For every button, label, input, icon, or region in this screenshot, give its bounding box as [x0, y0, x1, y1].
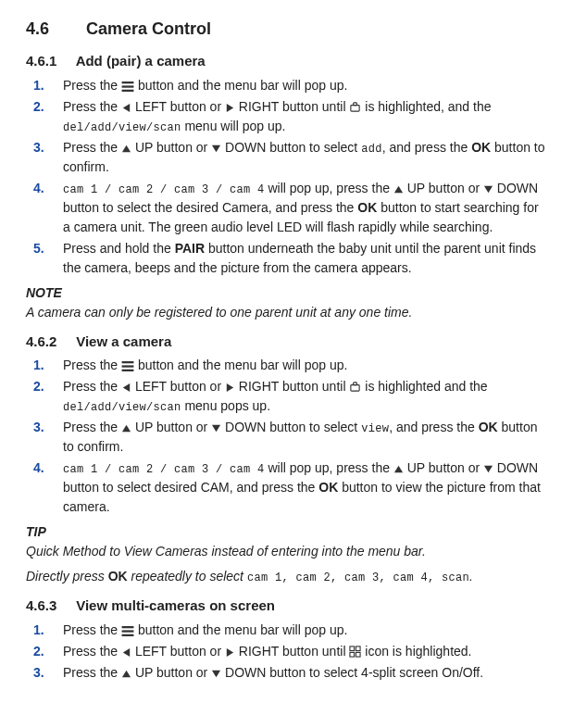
up-icon [393, 184, 404, 195]
right-icon [225, 647, 235, 658]
tip-text: Quick Method to View Cameras instead of … [26, 542, 548, 561]
subsection-number: 4.6.1 [26, 51, 72, 72]
right-icon [225, 103, 235, 113]
subsection-heading: 4.6.1 Add (pair) a camera [26, 51, 548, 72]
subsection-number: 4.6.3 [26, 596, 72, 617]
subsection-heading: 4.6.2 View a camera [26, 332, 548, 353]
grid-icon [349, 646, 361, 658]
list-item: 4. cam 1 / cam 2 / cam 3 / cam 4 will po… [26, 458, 548, 517]
steps-list: 1. Press the button and the menu bar wil… [26, 76, 548, 278]
step-body: Press the button and the menu bar will p… [63, 356, 548, 375]
step-body: Press the UP button or DOWN button to se… [63, 418, 548, 457]
down-icon [483, 464, 493, 474]
list-item: 1. Press the button and the menu bar wil… [26, 356, 548, 375]
up-icon [121, 669, 131, 679]
step-marker: 3. [33, 663, 63, 683]
section-title: Camera Control [86, 19, 211, 38]
down-icon [211, 144, 221, 154]
list-item: 3. Press the UP button or DOWN button to… [26, 418, 548, 457]
subsection-heading: 4.6.3 View multi-cameras on screen [26, 596, 548, 617]
tip-text: Directly press OK repeatedly to select c… [26, 567, 548, 586]
tip-label: TIP [26, 522, 548, 542]
subsection-title: Add (pair) a camera [76, 53, 206, 69]
section-number: 4.6 [26, 17, 81, 42]
step-marker: 1. [33, 356, 63, 375]
right-icon [225, 383, 235, 393]
subsection-number: 4.6.2 [26, 332, 72, 353]
menu-icon [121, 361, 134, 371]
up-icon [393, 464, 404, 474]
tip-cam-list: cam 1, cam 2, cam 3, cam 4, scan [247, 571, 469, 584]
step-body: Press the button and the menu bar will p… [63, 621, 548, 640]
step-body: Press the button and the menu bar will p… [63, 76, 548, 95]
step-marker: 1. [33, 621, 63, 640]
step-marker: 3. [33, 138, 63, 177]
step-body: Press the LEFT button or RIGHT button un… [63, 377, 548, 416]
down-icon [483, 184, 493, 195]
up-icon [121, 144, 131, 154]
section-heading: 4.6 Camera Control [26, 17, 548, 42]
steps-list: 1. Press the button and the menu bar wil… [26, 621, 548, 683]
step-body: cam 1 / cam 2 / cam 3 / cam 4 will pop u… [63, 179, 548, 237]
down-icon [211, 669, 221, 679]
note-label: NOTE [26, 283, 548, 303]
camera-icon [349, 101, 361, 113]
step-body: Press the UP button or DOWN button to se… [63, 138, 548, 177]
step-body: Press and hold the PAIR button underneat… [63, 239, 548, 278]
step-marker: 5. [33, 239, 63, 278]
step-marker: 4. [33, 179, 63, 237]
step-marker: 1. [33, 76, 63, 95]
steps-list: 1. Press the button and the menu bar wil… [26, 356, 548, 517]
left-icon [121, 383, 131, 393]
menu-icon [121, 626, 134, 636]
menu-icon [121, 82, 134, 92]
left-icon [121, 103, 131, 113]
list-item: 3. Press the UP button or DOWN button to… [26, 138, 548, 177]
step-marker: 2. [33, 377, 63, 416]
list-item: 1. Press the button and the menu bar wil… [26, 621, 548, 640]
step-body: Press the LEFT button or RIGHT button un… [63, 97, 548, 136]
step-marker: 2. [33, 97, 63, 136]
step-body: Press the UP button or DOWN button to se… [63, 663, 548, 683]
list-item: 2. Press the LEFT button or RIGHT button… [26, 642, 548, 661]
up-icon [121, 423, 131, 433]
note-text: A camera can only be registered to one p… [26, 303, 548, 322]
list-item: 4. cam 1 / cam 2 / cam 3 / cam 4 will po… [26, 179, 548, 237]
list-item: 2. Press the LEFT button or RIGHT button… [26, 377, 548, 416]
down-icon [211, 423, 221, 433]
step-marker: 4. [33, 458, 63, 517]
list-item: 5. Press and hold the PAIR button undern… [26, 239, 548, 278]
step-body: cam 1 / cam 2 / cam 3 / cam 4 will pop u… [63, 458, 548, 517]
subsection-title: View multi-cameras on screen [76, 597, 275, 613]
step-marker: 2. [33, 642, 63, 661]
camera-icon [349, 381, 361, 393]
list-item: 1. Press the button and the menu bar wil… [26, 76, 548, 95]
list-item: 3. Press the UP button or DOWN button to… [26, 663, 548, 683]
list-item: 2. Press the LEFT button or RIGHT button… [26, 97, 548, 136]
step-marker: 3. [33, 418, 63, 457]
left-icon [121, 647, 131, 658]
step-body: Press the LEFT button or RIGHT button un… [63, 642, 548, 661]
subsection-title: View a camera [76, 333, 171, 349]
